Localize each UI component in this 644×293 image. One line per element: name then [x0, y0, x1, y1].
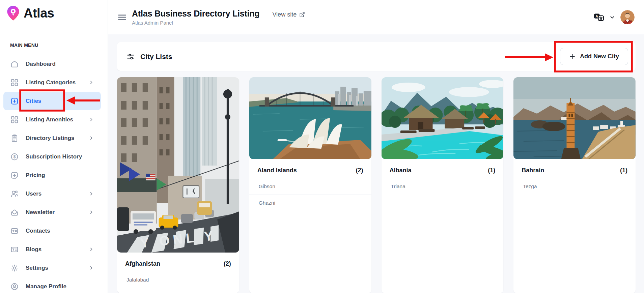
- sidebar-item-blogs[interactable]: Blogs: [0, 240, 108, 259]
- add-new-city-label: Add New City: [580, 53, 619, 60]
- svg-text:$: $: [13, 154, 16, 159]
- sidebar-item-pricing[interactable]: Pricing: [0, 166, 108, 184]
- sidebar-item-users[interactable]: Users: [0, 184, 108, 203]
- chevron-right-icon: [88, 80, 94, 85]
- sidebar-item-dashboard[interactable]: Dashboard: [0, 55, 108, 73]
- atlas-pin-icon: [5, 5, 22, 22]
- chevron-right-icon: [88, 135, 94, 141]
- content-area: City Lists Add New City: [108, 34, 644, 293]
- sidebar-item-listing-amenities[interactable]: Listing Amenities: [0, 110, 108, 129]
- sidebar-item-label: Manage Profile: [26, 283, 66, 290]
- page-title: Atlas Business Directory Listing: [132, 9, 259, 19]
- sidebar-item-settings[interactable]: Settings: [0, 259, 108, 277]
- page-subtitle: Atlas Admin Panel: [132, 20, 259, 26]
- dollar-circle-icon: $: [10, 152, 19, 161]
- brand-logo[interactable]: Atlas: [0, 0, 108, 22]
- sidebar-section-label: MAIN MENU: [10, 42, 108, 48]
- country-name: Aland Islands: [257, 167, 297, 174]
- view-site-link[interactable]: View site: [272, 11, 305, 18]
- city-list: Tezga: [513, 178, 636, 195]
- sidebar-item-cities[interactable]: Cities: [3, 92, 101, 110]
- city-cards-grid: Y ONL Y Afghanistan(2)Jalalabad: [117, 77, 636, 293]
- contact-card-icon: [10, 227, 19, 235]
- city-photo-bahrain: [513, 77, 636, 159]
- city-card-bahrain[interactable]: Bahrain(1)Tezga: [513, 77, 636, 293]
- sidebar-item-label: Directory Listings: [26, 135, 75, 142]
- sidebar-item-newsletter[interactable]: Newsletter: [0, 203, 108, 222]
- header-titles: Atlas Business Directory Listing Atlas A…: [132, 9, 259, 26]
- translate-icon[interactable]: A: [594, 13, 604, 22]
- chevron-right-icon: [88, 117, 94, 122]
- app-window: Atlas MAIN MENU DashboardListing Categor…: [0, 0, 644, 293]
- sidebar-item-label: Pricing: [26, 172, 45, 179]
- city-photo-afghanistan: Y ONL Y: [117, 77, 239, 253]
- chevron-right-icon: [88, 191, 94, 197]
- hamburger-menu-icon[interactable]: [117, 12, 127, 22]
- sidebar-item-label: Newsletter: [26, 209, 55, 216]
- sidebar: Atlas MAIN MENU DashboardListing Categor…: [0, 0, 108, 293]
- city-count-badge: (2): [356, 167, 363, 174]
- home-icon: [10, 60, 19, 68]
- country-name: Afghanistan: [125, 260, 160, 267]
- sidebar-item-contacts[interactable]: Contacts: [0, 222, 108, 240]
- grid-icon: [10, 78, 19, 87]
- sidebar-item-listing-categories[interactable]: Listing Categories: [0, 73, 108, 92]
- sidebar-item-label: Subscription History: [26, 153, 82, 160]
- section-title: City Lists: [140, 53, 172, 61]
- sidebar-item-label: Listing Categories: [26, 79, 76, 86]
- city-list-item[interactable]: Gibson: [249, 178, 371, 195]
- grid-icon: [10, 115, 19, 124]
- user-avatar[interactable]: [620, 10, 635, 24]
- plus-icon: [569, 53, 576, 60]
- sliders-filter-icon: [127, 53, 135, 61]
- city-card-albania[interactable]: Albania(1)Triana: [382, 77, 504, 293]
- sidebar-item-directory-listings[interactable]: Directory Listings: [0, 129, 108, 147]
- country-name: Albania: [390, 167, 412, 174]
- users-icon: [10, 189, 19, 198]
- sidebar-item-label: Users: [26, 191, 41, 197]
- city-card-header: Afghanistan(2): [117, 253, 239, 272]
- city-count-badge: (1): [620, 167, 627, 174]
- sidebar-item-subscription-history[interactable]: $Subscription History: [0, 147, 108, 166]
- city-card-afghanistan[interactable]: Y ONL Y Afghanistan(2)Jalalabad: [117, 77, 239, 293]
- city-list: GibsonGhazni: [249, 178, 371, 211]
- city-card-header: Bahrain(1): [513, 159, 636, 178]
- city-list-item[interactable]: Tezga: [513, 178, 636, 195]
- sidebar-item-label: Dashboard: [26, 61, 56, 67]
- chevron-right-icon: [88, 265, 94, 271]
- sidebar-item-label: Cities: [26, 98, 41, 105]
- city-photo-aland-islands: [249, 77, 371, 159]
- city-card-header: Albania(1): [382, 159, 504, 178]
- city-card-aland-islands[interactable]: Aland Islands(2)GibsonGhazni: [249, 77, 371, 293]
- user-circle-icon: [10, 282, 19, 291]
- country-name: Bahrain: [522, 167, 544, 174]
- city-count-badge: (1): [488, 167, 495, 174]
- mail-icon: [10, 208, 19, 217]
- city-card-header: Aland Islands(2): [249, 159, 371, 178]
- blog-card-icon: [10, 245, 19, 254]
- brand-name: Atlas: [24, 6, 54, 21]
- view-site-label: View site: [272, 11, 297, 18]
- gear-icon: [10, 264, 19, 272]
- topbar: Atlas Business Directory Listing Atlas A…: [108, 0, 644, 34]
- main-area: Atlas Business Directory Listing Atlas A…: [108, 0, 644, 293]
- add-new-city-button[interactable]: Add New City: [560, 48, 628, 65]
- sidebar-item-manage-profile[interactable]: Manage Profile: [0, 277, 108, 293]
- external-link-icon: [299, 12, 305, 18]
- sidebar-item-label: Settings: [26, 265, 48, 271]
- chevron-right-icon: [88, 246, 94, 252]
- sidebar-nav: DashboardListing CategoriesCitiesListing…: [0, 55, 108, 293]
- city-list: Jalalabad: [117, 272, 239, 292]
- topbar-right: A: [594, 10, 635, 24]
- svg-text:A: A: [596, 14, 598, 18]
- plus-square-icon: [10, 97, 19, 106]
- city-lists-toolbar: City Lists Add New City: [117, 42, 636, 71]
- city-list-item[interactable]: Jalalabad: [117, 272, 239, 288]
- city-list-item[interactable]: Ghazni: [249, 195, 371, 211]
- profile-chevron-down-icon[interactable]: [609, 14, 615, 20]
- sidebar-item-label: Blogs: [26, 246, 41, 253]
- city-list-item[interactable]: Triana: [382, 178, 504, 195]
- chevron-right-icon: [88, 209, 94, 215]
- plus-square-fold-icon: [10, 171, 19, 180]
- city-list-divider: [117, 288, 239, 292]
